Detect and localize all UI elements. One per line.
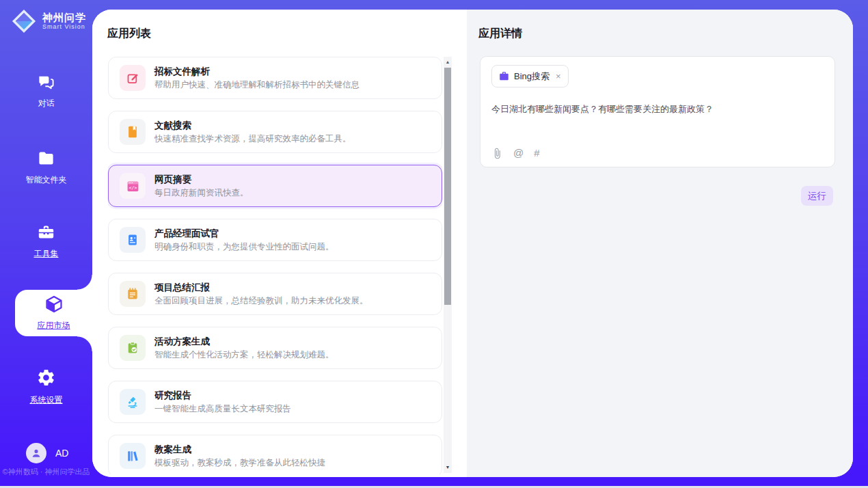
app-title: 活动方案生成	[154, 336, 334, 347]
sidebar-item-label: 对话	[38, 98, 55, 109]
at-icon[interactable]: @	[513, 147, 524, 159]
brand-name: 神州问学	[42, 12, 86, 23]
app-title: 招标文件解析	[154, 66, 360, 77]
brand-logo: 神州问学 Smart Vision	[11, 8, 86, 34]
svg-text:</>: </>	[128, 185, 137, 190]
user-row[interactable]: AD	[26, 443, 68, 463]
diamond-logo-icon	[11, 8, 37, 34]
app-desc: 智能生成个性化活动方案，轻松解决规划难题。	[154, 349, 334, 361]
app-card[interactable]: 教案生成模板驱动，教案秒成，教学准备从此轻松快捷	[108, 435, 442, 474]
main-content: 应用列表 招标文件解析帮助用户快速、准确地理解和解析招标书中的关键信息文献搜索快…	[92, 10, 853, 477]
scrollbar-thumb[interactable]	[444, 68, 451, 305]
cube-icon	[44, 295, 64, 316]
person-icon	[30, 447, 42, 459]
sidebar-item-label: 工具集	[34, 248, 59, 260]
avatar	[26, 443, 46, 463]
query-card: Bing搜索 × 今日湖北有哪些新闻要点？有哪些需要关注的最新政策？ @ #	[480, 56, 835, 167]
app-desc: 模板驱动，教案秒成，教学准备从此轻松快捷	[154, 457, 325, 469]
app-detail-title: 应用详情	[478, 27, 522, 41]
microscope-icon	[120, 389, 146, 415]
app-list: 招标文件解析帮助用户快速、准确地理解和解析招标书中的关键信息文献搜索快速精准查找…	[108, 57, 442, 474]
scrollbar-up-button[interactable]: ▲	[444, 57, 452, 68]
app-card[interactable]: 项目总结汇报全面回顾项目进展，总结经验教训，助力未来优化发展。	[108, 273, 442, 315]
app-card[interactable]: 活动方案生成智能生成个性化活动方案，轻松解决规划难题。	[108, 327, 442, 369]
sidebar-item-folder[interactable]: 智能文件夹	[0, 149, 92, 186]
notepad-icon	[120, 281, 146, 307]
gear-icon	[36, 368, 56, 390]
tool-tag[interactable]: Bing搜索 ×	[491, 65, 569, 87]
app-desc: 每日政府新闻资讯快查。	[154, 187, 249, 199]
app-card[interactable]: 研究报告一键智能生成高质量长文本研究报告	[108, 381, 442, 423]
app-card[interactable]: 招标文件解析帮助用户快速、准确地理解和解析招标书中的关键信息	[108, 57, 442, 99]
briefcase-icon	[499, 71, 509, 81]
sidebar-item-chat[interactable]: 对话	[0, 72, 92, 109]
sidebar-item-label: 系统设置	[30, 394, 63, 406]
composer-toolbar: @ #	[491, 147, 540, 159]
app-card[interactable]: 文献搜索快速精准查找学术资源，提高研究效率的必备工具。	[108, 111, 442, 153]
paperclip-icon[interactable]	[491, 148, 503, 159]
hash-icon[interactable]: #	[534, 147, 539, 159]
toolbox-icon	[37, 223, 55, 244]
app-title: 项目总结汇报	[154, 282, 368, 293]
books-icon	[120, 443, 146, 469]
app-desc: 快速精准查找学术资源，提高研究效率的必备工具。	[154, 133, 351, 145]
app-desc: 全面回顾项目进展，总结经验教训，助力未来优化发展。	[154, 295, 368, 307]
brand-subtitle: Smart Vision	[42, 23, 86, 31]
app-list-panel: 应用列表 招标文件解析帮助用户快速、准确地理解和解析招标书中的关键信息文献搜索快…	[92, 10, 467, 477]
chat-icon	[37, 72, 55, 94]
scrollbar-down-button[interactable]: ▼	[444, 462, 452, 473]
app-title: 研究报告	[154, 390, 291, 401]
book-icon	[120, 119, 146, 145]
tool-tag-label: Bing搜索	[514, 70, 550, 83]
app-title: 网页摘要	[154, 174, 249, 185]
app-desc: 帮助用户快速、准确地理解和解析招标书中的关键信息	[154, 79, 360, 91]
app-title: 教案生成	[154, 444, 325, 455]
app-desc: 一键智能生成高质量长文本研究报告	[154, 403, 291, 415]
tag-close-icon[interactable]: ×	[556, 71, 561, 81]
sidebar-item-cube[interactable]: 应用市场	[15, 290, 92, 336]
app-title: 文献搜索	[154, 120, 351, 131]
app-list-scrollbar[interactable]: ▲ ▼	[444, 57, 452, 473]
query-text[interactable]: 今日湖北有哪些新闻要点？有哪些需要关注的最新政策？	[491, 103, 824, 116]
sidebar-item-label: 应用市场	[38, 320, 70, 331]
app-title: 产品经理面试官	[154, 228, 334, 239]
sidebar: 神州问学 Smart Vision 对话智能文件夹工具集应用市场系统设置 AD …	[0, 0, 92, 488]
app-desc: 明确身份和职责，为您提供专业性的面试问题。	[154, 241, 334, 253]
app-list-title: 应用列表	[107, 27, 151, 41]
edit-document-icon	[120, 65, 146, 91]
app-window: 神州问学 Smart Vision 对话智能文件夹工具集应用市场系统设置 AD …	[0, 0, 868, 488]
user-name: AD	[55, 448, 68, 459]
folder-icon	[37, 149, 55, 170]
copyright-text: ©神州数码 · 神州问学出品	[0, 467, 92, 477]
sidebar-item-toolbox[interactable]: 工具集	[0, 223, 92, 260]
sidebar-item-label: 智能文件夹	[26, 174, 67, 186]
run-button[interactable]: 运行	[801, 186, 833, 206]
clipboard-check-icon	[120, 335, 146, 361]
resume-icon	[120, 227, 146, 253]
app-detail-panel: 应用详情 Bing搜索 × 今日湖北有哪些新闻要点？有哪些需要关注的最新政策？ …	[467, 10, 853, 477]
app-card[interactable]: 产品经理面试官明确身份和职责，为您提供专业性的面试问题。	[108, 219, 442, 261]
browser-code-icon: </>	[120, 173, 146, 199]
sidebar-item-gear[interactable]: 系统设置	[0, 368, 92, 406]
app-card[interactable]: </>网页摘要每日政府新闻资讯快查。	[108, 165, 442, 207]
